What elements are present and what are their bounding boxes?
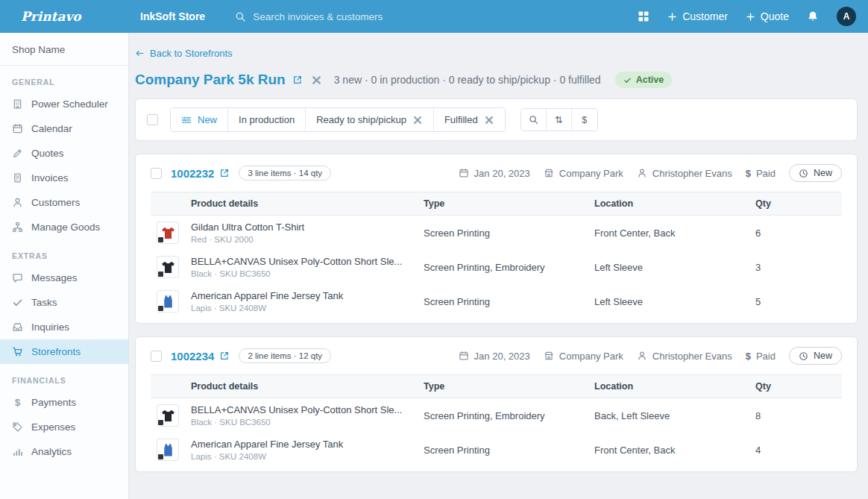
sidebar-item-invoices[interactable]: Invoices [0,166,128,190]
product-thumbnail [157,439,179,461]
product-meta: Lapis · SKU 2408W [191,304,412,313]
sidebar-item-messages[interactable]: Messages [0,266,128,290]
table-header-row: Product details Type Location Qty [151,375,842,398]
tab-new[interactable]: New [171,108,228,131]
product-thumbnail [157,290,179,313]
dollar-icon: $ [12,397,23,408]
external-link-icon[interactable] [292,75,303,85]
product-name: BELLA+CANVAS Unisex Poly-Cotton Short Sl… [191,256,412,267]
crossed-tools-icon [311,75,322,86]
main-content: Back to Storefronts Company Park 5k Run … [129,33,868,499]
column-header: Product details [185,375,418,398]
quantity: 8 [749,398,842,433]
sidebar-item-label: Tasks [31,297,57,308]
section-label-financials: FINANCIALS [0,364,128,390]
add-customer-button[interactable]: Customer [667,10,728,22]
sidebar-item-calendar[interactable]: Calendar [0,116,128,141]
order-status-button[interactable]: New [789,347,842,365]
sidebar-item-analytics[interactable]: Analytics [0,439,128,464]
product-name: American Apparel Fine Jersey Tank [191,290,412,301]
order-storefront: Company Park [544,168,623,179]
column-header: Type [418,192,588,216]
product-meta: Lapis · SKU 2408W [191,452,412,461]
sitemap-icon [12,222,23,233]
chat-icon [12,272,23,283]
apps-grid-icon[interactable] [638,10,650,22]
sidebar-item-quotes[interactable]: Quotes [0,141,128,166]
avatar[interactable]: A [837,7,856,26]
imprint-location: Front Center, Back [588,216,749,251]
page-title: Company Park 5k Run [135,72,286,88]
check-icon [623,76,632,84]
tab-ready-to-ship[interactable]: Ready to ship/pickup [306,108,434,131]
crossed-tools-icon [484,115,494,125]
sidebar-item-expenses[interactable]: Expenses [0,415,128,439]
sidebar-item-power-scheduler[interactable]: Power Scheduler [0,92,128,116]
sliders-icon [181,115,192,125]
sidebar-item-tasks[interactable]: Tasks [0,290,128,315]
order-meta: Jan 20, 2023 Company Park Christopher Ev… [459,347,842,365]
order-storefront: Company Park [544,351,623,362]
building-icon [12,98,23,110]
line-item-row: BELLA+CANVAS Unisex Poly-Cotton Short Sl… [151,398,842,433]
sidebar-item-label: Power Scheduler [31,98,108,110]
order-date: Jan 20, 2023 [459,168,530,179]
order-customer: Christopher Evans [637,168,732,179]
table-header-row: Product details Type Location Qty [151,192,842,216]
product-thumbnail [157,222,179,244]
imprint-location: Left Sleeve [588,284,749,318]
sidebar-item-inquiries[interactable]: Inquiries [0,315,128,339]
order-checkbox[interactable] [151,168,162,179]
thumb-column-header [151,375,185,398]
column-header: Product details [185,192,418,216]
bell-icon[interactable] [807,10,819,22]
sidebar-item-payments[interactable]: $ Payments [0,390,128,415]
line-items-table: Product details Type Location Qty BELLA+… [151,374,842,467]
imprint-location: Left Sleeve [588,250,749,284]
dollar-icon: $ [746,351,751,362]
check-icon [12,297,23,308]
product-meta: Black · SKU BC3650 [191,269,412,278]
sidebar-item-label: Analytics [31,446,72,457]
sidebar: Shop Name GENERAL Power Scheduler Calend… [0,33,129,499]
line-items-badge: 3 line items · 14 qty [239,166,331,181]
add-quote-button[interactable]: Quote [746,10,789,22]
order-header: 1002234 2 line items · 12 qty Jan 20, 20… [151,347,842,374]
sort-tool-button[interactable]: ⇅ [547,109,572,131]
storefront-icon [544,168,554,178]
order-id-link[interactable]: 1002232 [171,167,230,180]
add-customer-label: Customer [682,10,728,22]
topbar-search[interactable] [235,11,424,22]
plus-icon [667,12,677,22]
product-name: Gildan Ultra Cotton T-Shirt [191,222,412,233]
order-date: Jan 20, 2023 [459,351,530,362]
calendar-icon [459,168,469,178]
quantity: 3 [749,250,842,284]
select-all-checkbox[interactable] [147,114,158,125]
search-tool-button[interactable] [521,109,547,131]
tab-fulfilled[interactable]: Fulfilled [434,108,505,131]
search-input[interactable] [253,11,424,22]
tab-in-production[interactable]: In production [228,108,306,131]
quantity: 5 [749,284,842,318]
order-card: 1002234 2 line items · 12 qty Jan 20, 20… [135,336,858,472]
line-item-row: American Apparel Fine Jersey Tank Lapis … [151,284,842,318]
status-tabs: New In production Ready to ship/pickup F… [170,107,506,132]
quantity: 4 [749,433,842,467]
sidebar-item-storefronts[interactable]: Storefronts [0,339,128,364]
line-items-table: Product details Type Location Qty Gildan… [151,192,842,318]
order-id-link[interactable]: 1002234 [171,350,230,363]
payment-status: $ Paid [746,351,776,362]
calendar-icon [12,123,23,134]
price-tool-button[interactable]: $ [572,109,597,131]
sidebar-item-label: Inquiries [31,321,69,333]
order-checkbox[interactable] [151,351,162,362]
add-quote-label: Quote [761,10,789,22]
back-to-storefronts-link[interactable]: Back to Storefronts [135,48,233,59]
sidebar-item-customers[interactable]: Customers [0,190,128,215]
order-status-button[interactable]: New [789,164,842,182]
sidebar-item-manage-goods[interactable]: Manage Goods [0,215,128,239]
product-meta: Red · SKU 2000 [191,235,412,244]
quantity: 6 [749,216,842,251]
column-header: Qty [749,192,842,216]
